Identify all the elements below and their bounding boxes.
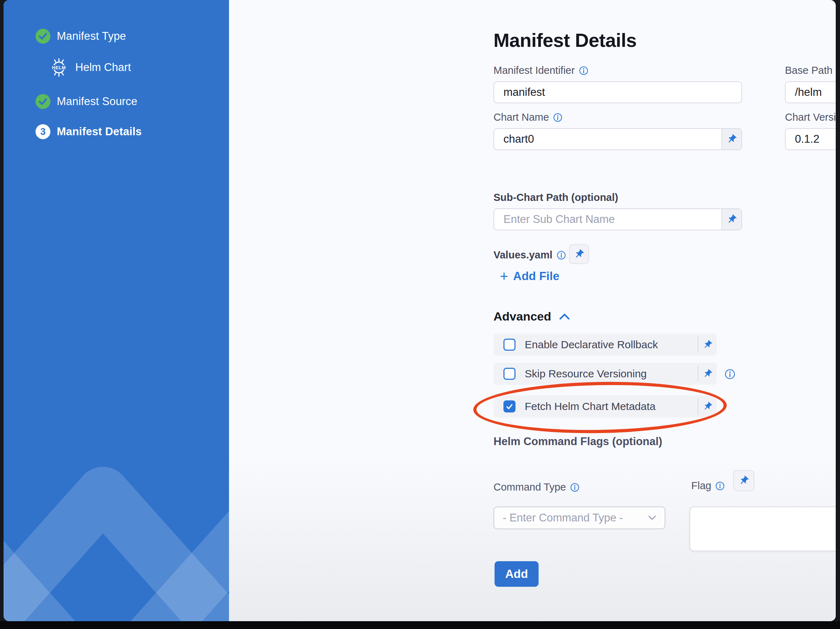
- add-button[interactable]: Add: [494, 561, 538, 587]
- base-path-input[interactable]: [786, 82, 836, 102]
- sub-chart-path-field: [494, 208, 742, 230]
- step-label: Manifest Source: [57, 95, 137, 108]
- check-icon: [35, 94, 51, 109]
- base-path-field: [785, 81, 836, 103]
- flag-pin-button[interactable]: [733, 470, 755, 491]
- check-icon: [35, 29, 51, 44]
- substep-label: Helm Chart: [75, 61, 131, 74]
- add-file-button[interactable]: + Add File: [500, 269, 559, 283]
- advanced-toggle[interactable]: Advanced: [494, 309, 570, 323]
- step-complete-icon: [35, 94, 51, 109]
- info-icon[interactable]: [557, 251, 566, 260]
- pin-icon: [574, 249, 584, 260]
- option-fetch-helm-chart-metadata[interactable]: Fetch Helm Chart Metadata: [494, 396, 717, 418]
- command-type-label: Command Type: [494, 481, 579, 493]
- step-complete-icon: [35, 29, 51, 44]
- check-icon: [505, 402, 514, 411]
- info-icon[interactable]: [570, 483, 579, 492]
- brand-watermark: [3, 344, 229, 621]
- chart-name-field: [494, 128, 742, 150]
- chevron-down-icon: [647, 515, 657, 521]
- sidebar-step-manifest-type[interactable]: Manifest Type: [35, 29, 126, 44]
- option-skip-resource-versioning[interactable]: Skip Resource Versioning: [494, 363, 717, 385]
- pin-icon[interactable]: [698, 369, 717, 379]
- sidebar-step-manifest-source[interactable]: Manifest Source: [35, 94, 137, 109]
- pin-icon[interactable]: [698, 402, 717, 411]
- option-enable-declarative-rollback[interactable]: Enable Declarative Rollback: [494, 334, 717, 356]
- pin-icon[interactable]: [722, 209, 741, 230]
- sub-chart-path-label: Sub-Chart Path (optional): [494, 192, 742, 203]
- info-icon[interactable]: [579, 66, 588, 75]
- chart-name-label: Chart Name: [494, 112, 742, 123]
- pin-icon[interactable]: [722, 129, 741, 150]
- chart-version-field: [785, 128, 836, 150]
- flag-textarea-container: [690, 506, 836, 551]
- manifest-identifier-label: Manifest Identifier: [494, 65, 742, 76]
- info-icon[interactable]: [553, 113, 562, 122]
- helm-logo-icon: HELM: [49, 57, 69, 77]
- wizard-sidebar: Manifest Type HELM Helm Chart: [3, 0, 229, 621]
- info-icon[interactable]: [725, 369, 735, 380]
- manifest-details-form: ✕ Manifest Details Manifest Identifier B…: [229, 0, 836, 621]
- base-path-label: Base Path: [785, 65, 836, 76]
- page-title: Manifest Details: [494, 29, 636, 51]
- pin-icon[interactable]: [698, 340, 717, 350]
- manifest-details-modal: Manifest Type HELM Helm Chart: [3, 0, 836, 621]
- flag-label: Flag: [691, 480, 725, 492]
- checkbox-unchecked[interactable]: [504, 368, 515, 380]
- step-number-badge: 3: [35, 124, 51, 139]
- chart-name-input[interactable]: [494, 129, 722, 150]
- sub-chart-path-input[interactable]: [494, 209, 722, 230]
- sidebar-substep-helm-chart: HELM Helm Chart: [49, 57, 131, 77]
- window-bottom-edge: [0, 621, 840, 629]
- checkbox-unchecked[interactable]: [504, 339, 515, 351]
- step-label: Manifest Type: [57, 30, 126, 43]
- sidebar-step-manifest-details[interactable]: 3 Manifest Details: [35, 124, 142, 139]
- pin-icon: [739, 475, 749, 486]
- helm-command-flags-label: Helm Command Flags (optional): [494, 435, 662, 448]
- plus-icon: +: [500, 269, 508, 283]
- flag-textarea[interactable]: [690, 506, 836, 551]
- manifest-identifier-input[interactable]: [494, 82, 741, 102]
- command-type-select[interactable]: - Enter Command Type -: [494, 506, 665, 529]
- values-yaml-pin-button[interactable]: [569, 244, 589, 264]
- chart-version-label: Chart Version (optional): [785, 112, 836, 123]
- chart-version-input[interactable]: [786, 129, 836, 150]
- step-label: Manifest Details: [57, 125, 142, 138]
- chevron-up-icon: [559, 313, 570, 320]
- svg-text:HELM: HELM: [52, 65, 66, 70]
- manifest-identifier-field: [494, 81, 742, 103]
- info-icon[interactable]: [715, 481, 725, 490]
- checkbox-checked[interactable]: [504, 400, 515, 413]
- values-yaml-label: Values.yaml: [494, 249, 566, 261]
